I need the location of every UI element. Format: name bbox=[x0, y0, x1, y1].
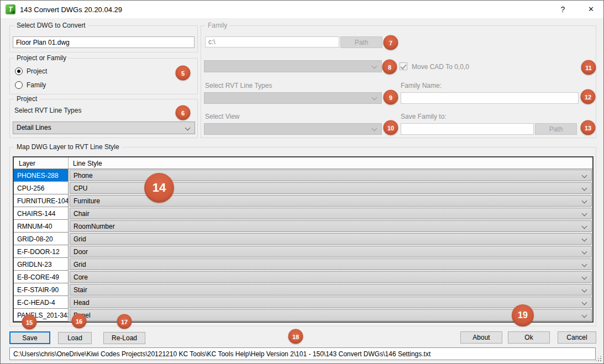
chevron-down-icon bbox=[582, 262, 587, 267]
save-family-to-input bbox=[401, 123, 534, 135]
family-path-input bbox=[205, 36, 339, 48]
close-button[interactable]: ✕ bbox=[579, 1, 603, 18]
line-style-combo[interactable]: Core bbox=[70, 271, 592, 283]
save-family-to-label: Save Family to: bbox=[401, 113, 447, 120]
layer-cell[interactable]: FURNITURE-104 bbox=[14, 194, 69, 207]
chevron-down-icon bbox=[582, 211, 587, 217]
select-view-combo bbox=[204, 123, 382, 135]
annotation-badge-12: 12 bbox=[581, 89, 596, 104]
layer-cell[interactable]: E-C-HEAD-4 bbox=[14, 296, 69, 309]
layer-cell[interactable]: CPU-256 bbox=[14, 182, 69, 194]
layer-cell[interactable]: GRIDLN-23 bbox=[14, 258, 69, 271]
load-button[interactable]: Load bbox=[58, 332, 92, 344]
line-style-value: Stair bbox=[73, 286, 87, 294]
annotation-badge-9: 9 bbox=[384, 90, 398, 105]
line-style-value: CPU bbox=[73, 184, 87, 192]
line-style-value: Grid bbox=[73, 261, 86, 268]
line-style-combo[interactable]: Chair bbox=[70, 208, 592, 219]
annotation-badge-18: 18 bbox=[288, 329, 303, 344]
family-line-types-combo bbox=[204, 92, 382, 104]
chevron-down-icon bbox=[372, 95, 377, 101]
layer-cell[interactable]: CHAIRS-144 bbox=[14, 207, 69, 220]
annotation-badge-19: 19 bbox=[512, 304, 534, 326]
line-style-combo[interactable]: Head bbox=[70, 297, 592, 308]
line-style-combo[interactable]: Grid bbox=[70, 233, 592, 245]
line-style-value: Head bbox=[73, 299, 90, 307]
window-title: 143 Convert DWGs 20.20.04.29 bbox=[20, 6, 122, 14]
chevron-down-icon bbox=[582, 313, 587, 318]
chevron-down-icon bbox=[582, 300, 587, 305]
table-row: CPU-256 CPU bbox=[14, 182, 592, 194]
select-view-label: Select View bbox=[205, 113, 239, 120]
annotation-badge-8: 8 bbox=[382, 60, 397, 75]
select-dwg-group: Select DWG to Convert bbox=[9, 25, 198, 52]
rvt-line-types-label: Select RVT Line Types bbox=[14, 107, 81, 114]
annotation-badge-10: 10 bbox=[384, 120, 398, 135]
chevron-down-icon bbox=[582, 287, 587, 293]
annotation-badge-15: 15 bbox=[22, 315, 37, 330]
annotation-badge-16: 16 bbox=[72, 314, 87, 329]
family-name-input bbox=[401, 92, 579, 104]
chevron-down-icon bbox=[582, 186, 587, 191]
column-header-layer: Layer bbox=[14, 157, 69, 168]
chevron-down-icon bbox=[582, 198, 587, 204]
family-path-button: Path bbox=[340, 36, 382, 48]
layer-cell[interactable]: E-F-STAIR-90 bbox=[14, 283, 69, 296]
chevron-down-icon bbox=[582, 173, 587, 178]
layer-cell[interactable]: RMNUM-40 bbox=[14, 220, 69, 233]
layer-cell[interactable]: E-B-CORE-49 bbox=[14, 271, 69, 283]
radio-family-label: Family bbox=[27, 81, 46, 89]
line-style-combo[interactable]: Door bbox=[70, 246, 592, 257]
table-row: CHAIRS-144 Chair bbox=[14, 207, 592, 220]
about-button[interactable]: About bbox=[460, 331, 502, 344]
layer-cell[interactable]: PHONES-288 bbox=[14, 169, 69, 182]
chevron-down-icon bbox=[582, 275, 587, 280]
rvt-line-types-combo[interactable]: Detail Lines bbox=[13, 122, 195, 134]
layer-cell[interactable]: E-F-DOOR-12 bbox=[14, 245, 69, 258]
annotation-badge-11: 11 bbox=[581, 60, 596, 75]
table-row: GRID-08-20 Grid bbox=[14, 233, 592, 245]
move-cad-checkbox bbox=[400, 62, 407, 70]
table-row: GRIDLN-23 Grid bbox=[14, 258, 592, 271]
ok-button[interactable]: Ok bbox=[508, 331, 550, 344]
line-style-combo[interactable]: Stair bbox=[70, 284, 592, 296]
project-or-family-group: Project or Family Project Family bbox=[9, 58, 198, 94]
map-layer-group-label: Map DWG Layer to RVT Line Style bbox=[14, 143, 122, 151]
select-dwg-group-label: Select DWG to Convert bbox=[14, 22, 88, 29]
dwg-filename-input[interactable] bbox=[13, 36, 195, 48]
annotation-badge-7: 7 bbox=[384, 35, 398, 50]
table-row: PANELS_201-343 Panel bbox=[14, 309, 592, 321]
save-button[interactable]: Save bbox=[9, 331, 50, 344]
resize-grip[interactable] bbox=[596, 356, 601, 361]
settings-path-field[interactable]: C:\Users\chris\OneDrive\Kiwi Codes Proje… bbox=[9, 347, 596, 360]
project-group: Project Select RVT Line Types Detail Lin… bbox=[9, 99, 198, 138]
annotation-badge-6: 6 bbox=[176, 105, 191, 120]
line-style-combo[interactable]: Grid bbox=[70, 259, 592, 270]
family-group-label: Family bbox=[206, 22, 229, 29]
radio-project-icon bbox=[15, 67, 23, 75]
family-name-label: Family Name: bbox=[401, 82, 442, 89]
table-row: E-C-HEAD-4 Head bbox=[14, 296, 592, 309]
family-line-types-label: Select RVT Line Types bbox=[205, 82, 272, 89]
line-style-value: RoomNumber bbox=[73, 223, 115, 230]
layer-cell[interactable]: GRID-08-20 bbox=[14, 233, 69, 245]
cancel-button[interactable]: Cancel bbox=[558, 331, 596, 344]
rvt-line-types-value: Detail Lines bbox=[17, 124, 51, 131]
line-style-combo[interactable]: RoomNumber bbox=[70, 220, 592, 232]
title-bar: T 143 Convert DWGs 20.20.04.29 bbox=[1, 1, 603, 18]
help-button[interactable]: ? bbox=[550, 1, 575, 18]
table-row: E-F-DOOR-12 Door bbox=[14, 245, 592, 258]
radio-project[interactable]: Project bbox=[15, 67, 47, 75]
chevron-down-icon bbox=[582, 249, 587, 255]
line-style-value: Chair bbox=[73, 210, 90, 218]
family-group: Family Path Move CAD To 0,0,0 Select RVT… bbox=[201, 25, 596, 138]
layer-mapping-table: Layer Line Style PHONES-288 Phone CPU-25… bbox=[13, 156, 594, 323]
line-style-value: Grid bbox=[73, 235, 86, 243]
chevron-down-icon bbox=[582, 236, 587, 242]
app-icon: T bbox=[6, 4, 15, 14]
radio-family[interactable]: Family bbox=[15, 81, 46, 89]
convert-dwgs-dialog: T 143 Convert DWGs 20.20.04.29 ? ✕ Selec… bbox=[0, 0, 604, 364]
annotation-badge-17: 17 bbox=[117, 314, 132, 329]
line-style-value: Door bbox=[73, 248, 88, 256]
reload-button[interactable]: Re-Load bbox=[103, 332, 145, 344]
